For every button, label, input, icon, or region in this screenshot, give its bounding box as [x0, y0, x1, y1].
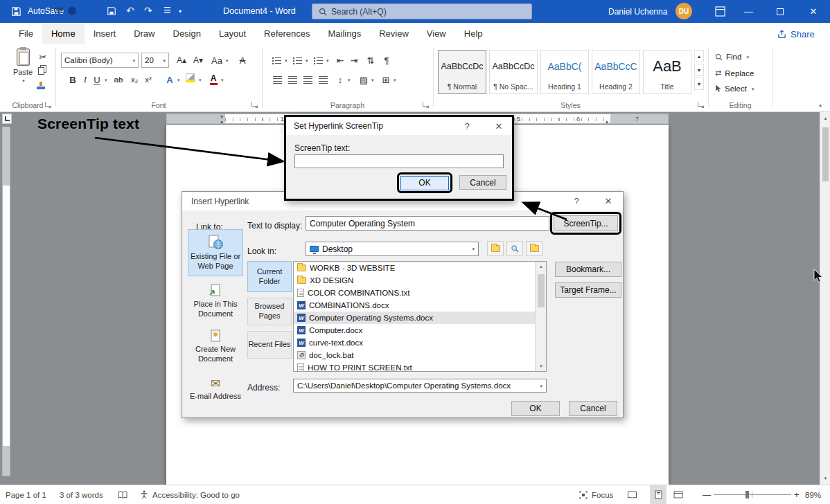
tab-references[interactable]: References — [255, 23, 319, 44]
styles-dialog-launcher[interactable] — [697, 101, 704, 108]
left-indent-marker[interactable]: ▴ — [220, 119, 223, 125]
font-dialog-launcher[interactable] — [251, 101, 258, 108]
align-right-icon[interactable] — [301, 72, 315, 87]
look-in-combo[interactable]: Desktop ▾ — [306, 242, 479, 256]
bold-button[interactable]: B — [67, 72, 79, 87]
bookmark-button[interactable]: Bookmark... — [555, 262, 621, 277]
print-layout-button[interactable] — [650, 485, 666, 504]
search-input[interactable]: Search (Alt+Q) — [312, 3, 532, 19]
target-frame-button[interactable]: Target Frame... — [555, 282, 621, 298]
font-name-combo[interactable]: Calibri (Body) ▾ — [61, 53, 139, 68]
copy-icon[interactable] — [38, 67, 44, 75]
styles-scroll-down-icon[interactable]: ▾ — [694, 64, 704, 76]
highlight-button[interactable] — [186, 73, 195, 82]
underline-button[interactable]: U — [91, 72, 103, 87]
file-list-scrollbar[interactable]: ▴ ▾ — [535, 262, 546, 371]
strikethrough-button[interactable]: ab — [111, 72, 126, 87]
tab-draw[interactable]: Draw — [125, 23, 164, 44]
maximize-button[interactable] — [764, 0, 795, 23]
sidebar-item-create-new-document[interactable]: Create New Document — [188, 326, 243, 366]
vertical-ruler[interactable] — [2, 127, 10, 476]
web-layout-button[interactable] — [673, 485, 683, 504]
share-button[interactable]: Share — [777, 26, 815, 42]
zoom-out-button[interactable]: — — [703, 485, 711, 504]
italic-button[interactable]: I — [80, 72, 90, 87]
cancel-button[interactable]: Cancel — [459, 175, 506, 190]
read-mode-button[interactable] — [627, 485, 637, 504]
zoom-slider-thumb[interactable] — [745, 491, 749, 498]
up-one-folder-button[interactable] — [487, 241, 504, 256]
style-heading2[interactable]: AaBbCcC Heading 2 — [592, 50, 640, 94]
multilevel-list-icon[interactable] — [312, 53, 326, 68]
font-color-button[interactable]: A — [208, 72, 219, 87]
place-recent-files[interactable]: Recent Files — [247, 331, 292, 359]
quick-access-chevron-icon[interactable]: ▾ — [179, 9, 182, 15]
save-icon[interactable] — [11, 6, 21, 17]
tab-mailings[interactable]: Mailings — [319, 23, 371, 44]
format-painter-icon[interactable] — [37, 80, 45, 89]
clear-formatting-button[interactable]: A — [236, 53, 249, 68]
scroll-up-icon[interactable]: ▴ — [820, 114, 830, 123]
zoom-level[interactable]: 89% — [805, 485, 821, 504]
tab-view[interactable]: View — [418, 23, 455, 44]
screentip-button[interactable]: ScreenTip... — [554, 215, 618, 231]
tab-file[interactable]: File — [10, 23, 42, 44]
help-button[interactable]: ? — [567, 192, 585, 210]
scrollbar-thumb[interactable] — [822, 127, 829, 181]
ok-button[interactable]: OK — [511, 401, 560, 416]
numbering-icon[interactable] — [291, 53, 305, 68]
replace-button[interactable]: ⇄ Replace — [715, 69, 754, 78]
style-no-spacing[interactable]: AaBbCcDc ¶ No Spac... — [489, 50, 538, 94]
grow-font-button[interactable]: A▴ — [173, 53, 190, 68]
font-size-combo[interactable]: 20 ▾ — [141, 53, 169, 68]
styles-scroll-up-icon[interactable]: ▴ — [694, 50, 704, 62]
tab-home[interactable]: Home — [42, 23, 85, 44]
bullets-icon[interactable] — [270, 53, 284, 68]
redo-icon[interactable]: ↷ — [144, 6, 152, 15]
decrease-indent-icon[interactable]: ⇤ — [334, 53, 346, 68]
vertical-scrollbar[interactable]: ▴ ▾ — [820, 112, 830, 485]
dialog-header[interactable]: Set Hyperlink ScreenTip ? ✕ — [286, 117, 512, 135]
collapse-ribbon-icon[interactable]: ▴ — [815, 100, 826, 109]
sidebar-item-email-address[interactable]: ✉ E-mail Address — [188, 370, 243, 409]
close-icon[interactable]: ✕ — [599, 192, 617, 210]
tab-review[interactable]: Review — [370, 23, 418, 44]
file-row[interactable]: ⚙doc_lock.bat — [294, 349, 535, 361]
sidebar-item-place-in-document[interactable]: Place in This Document — [188, 282, 243, 321]
shrink-font-button[interactable]: A▾ — [190, 53, 206, 68]
avatar[interactable]: DU — [676, 3, 692, 19]
style-title[interactable]: AaB Title — [643, 50, 691, 94]
browse-web-button[interactable] — [506, 241, 523, 256]
right-indent-marker[interactable]: ▴ — [606, 119, 608, 125]
address-combo[interactable]: C:\Users\Daniel\Desktop\Computer Operati… — [293, 379, 547, 393]
line-spacing-icon[interactable]: ↕ — [334, 72, 346, 87]
cut-icon[interactable]: ✂ — [36, 51, 50, 62]
place-browsed-pages[interactable]: Browsed Pages — [247, 298, 292, 325]
file-row[interactable]: XD DESIGN — [294, 274, 535, 287]
tab-insert[interactable]: Insert — [85, 23, 125, 44]
undo-icon[interactable]: ↶ — [126, 6, 134, 15]
text-to-display-input[interactable]: Computer Operating System — [306, 216, 549, 231]
shading-icon[interactable]: ▨ — [357, 72, 370, 87]
zoom-slider[interactable] — [714, 485, 791, 504]
file-row[interactable]: COLOR COMBINATIONS.txt — [294, 287, 535, 299]
file-row[interactable]: WComputer.docx — [294, 324, 535, 336]
text-effects-button[interactable]: A — [164, 72, 176, 87]
align-left-icon[interactable] — [270, 72, 284, 87]
sidebar-item-existing-file[interactable]: Existing File or Web Page — [188, 229, 243, 276]
close-button[interactable]: ✕ — [797, 0, 830, 23]
help-button[interactable]: ? — [458, 117, 476, 135]
show-formatting-icon[interactable]: ¶ — [381, 53, 392, 68]
file-row[interactable]: Wcurve-text.docx — [294, 336, 535, 349]
align-center-icon[interactable] — [285, 72, 299, 87]
borders-icon[interactable]: ⊞ — [380, 72, 392, 87]
scroll-down-icon[interactable]: ▾ — [820, 474, 830, 483]
list-scroll-up-icon[interactable]: ▴ — [536, 262, 547, 271]
paragraph-dialog-launcher[interactable] — [422, 101, 429, 108]
quick-access-list-icon[interactable]: ☰ — [164, 6, 171, 15]
styles-more-icon[interactable]: ▾ — [694, 78, 704, 90]
browse-files-button[interactable] — [526, 241, 542, 256]
accessibility-status[interactable]: Accessibility: Good to go — [140, 485, 240, 504]
proofing-book-icon[interactable] — [118, 485, 127, 504]
zoom-in-button[interactable]: + — [794, 485, 800, 504]
